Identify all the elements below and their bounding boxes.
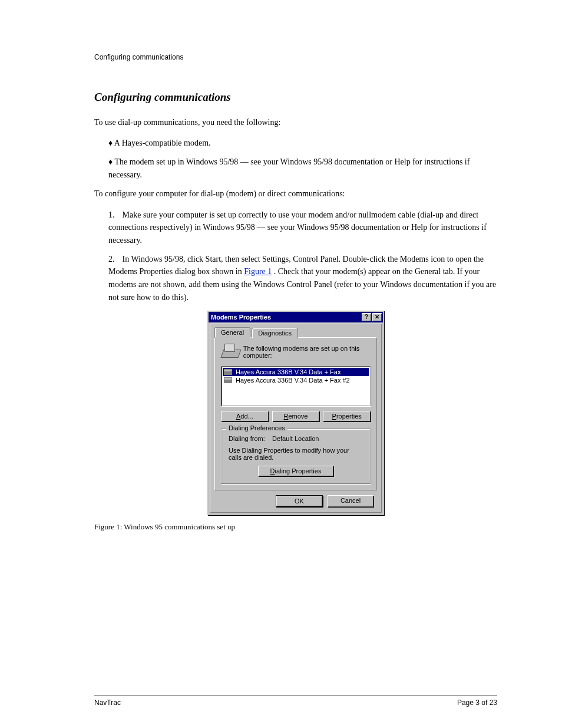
tab-general[interactable]: General	[214, 327, 250, 338]
bullet-modem: ♦ A Hayes-compatible modem.	[108, 137, 497, 150]
modems-properties-dialog: Modems Properties ? ✕ General Diagnostic…	[207, 311, 384, 515]
step-2-num: 2.	[108, 253, 120, 266]
dialing-from-value: Default Location	[272, 435, 319, 442]
tab-diagnostics[interactable]: Diagnostics	[252, 328, 298, 338]
dialing-properties-button[interactable]: Dialing Properties	[258, 466, 333, 476]
dialog-titlebar[interactable]: Modems Properties ? ✕	[209, 312, 383, 322]
modem-item-1-label: Hayes Accura 336B V.34 Data + Fax #2	[236, 377, 350, 384]
cancel-button[interactable]: Cancel	[328, 495, 373, 507]
page-footer: NavTrac Page 3 of 23	[94, 696, 497, 707]
intro-text: To use dial-up communications, you need …	[94, 117, 497, 129]
properties-button[interactable]: Properties	[323, 411, 371, 421]
bullet-setup: ♦ The modem set up in Windows 95/98 — se…	[108, 156, 497, 181]
dialing-help-text: Use Dialing Properties to modify how you…	[229, 447, 363, 461]
dialog-intro-text: The following modems are set up on this …	[243, 345, 371, 359]
step-2: 2. In Windows 95/98, click Start, then s…	[108, 253, 497, 304]
dialing-preferences-group: Dialing Preferences Dialing from: Defaul…	[221, 429, 371, 484]
modem-list[interactable]: Hayes Accura 336B V.34 Data + Fax Hayes …	[221, 366, 371, 406]
add-button[interactable]: Add...	[221, 411, 269, 421]
section-title: Configuring communications	[94, 91, 497, 104]
requirements-list: ♦ A Hayes-compatible modem. ♦ The modem …	[108, 137, 497, 181]
steps-list: 1. Make sure your computer is set up cor…	[108, 209, 497, 304]
ok-button[interactable]: OK	[276, 495, 323, 507]
dialog-title: Modems Properties	[211, 314, 361, 321]
modem-list-item[interactable]: Hayes Accura 336B V.34 Data + Fax #2	[223, 376, 369, 384]
step-1: 1. Make sure your computer is set up cor…	[108, 209, 497, 247]
modem-mini-icon	[224, 369, 232, 375]
figure-1-caption: Figure 1: Windows 95 communications set …	[94, 522, 497, 532]
modem-list-item[interactable]: Hayes Accura 336B V.34 Data + Fax	[223, 368, 369, 376]
step-1-num: 1.	[108, 209, 120, 222]
step-1-text: Make sure your computer is set up correc…	[108, 210, 487, 245]
figure-1-link[interactable]: Figure 1	[244, 267, 272, 276]
footer-right: Page 3 of 23	[457, 699, 497, 707]
close-icon[interactable]: ✕	[372, 313, 382, 321]
steps-lead: To configure your computer for dial-up (…	[94, 188, 497, 200]
running-header: Configuring communications	[94, 53, 497, 61]
dialing-from-label: Dialing from:	[229, 435, 265, 442]
remove-button[interactable]: Remove	[272, 411, 320, 421]
footer-left: NavTrac	[94, 699, 121, 707]
modem-item-0-label: Hayes Accura 336B V.34 Data + Fax	[236, 368, 340, 375]
help-icon[interactable]: ?	[362, 313, 371, 321]
group-legend: Dialing Preferences	[226, 424, 287, 431]
modem-mini-icon	[224, 377, 232, 383]
figure-1: Modems Properties ? ✕ General Diagnostic…	[94, 311, 497, 515]
modem-icon	[221, 344, 237, 360]
